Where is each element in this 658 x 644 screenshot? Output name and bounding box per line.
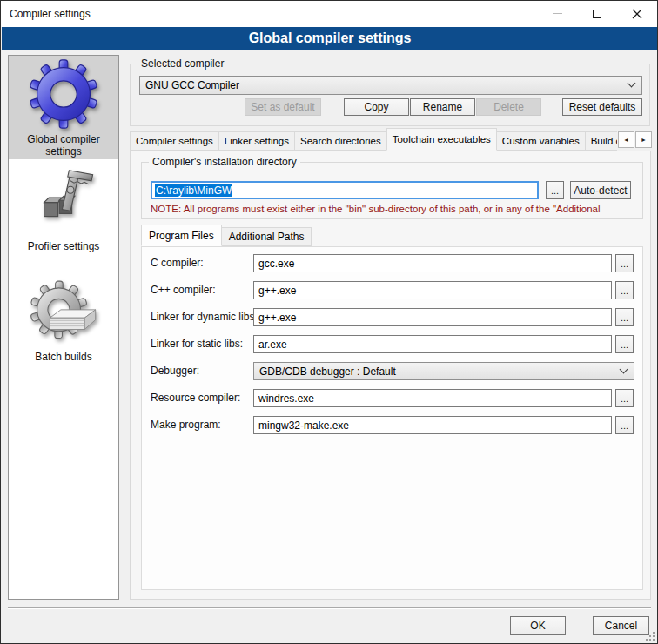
- minimize-button[interactable]: [537, 1, 577, 26]
- footer-separator: [8, 607, 651, 609]
- field-value: ar.exe: [258, 339, 287, 351]
- sidebar-item-label: Profiler settings: [24, 238, 104, 258]
- compiler-settings-dialog: Compiler settings Global compiler settin…: [0, 0, 658, 644]
- group-label: Compiler's installation directory: [149, 156, 300, 168]
- group-label: Selected compiler: [138, 57, 227, 70]
- cpp-compiler-browse-button[interactable]: ...: [615, 281, 634, 299]
- blue-gear-icon: [29, 59, 98, 131]
- titlebar[interactable]: Compiler settings: [1, 1, 657, 27]
- resource-compiler-row: Resource compiler: windres.exe ...: [142, 389, 642, 407]
- sidebar-item-profiler-settings[interactable]: Profiler settings: [9, 159, 118, 258]
- delete-button[interactable]: Delete: [476, 98, 541, 116]
- debugger-select[interactable]: GDB/CDB debugger : Default: [253, 362, 634, 380]
- bin-subdirectory-note: NOTE: All programs must exist either in …: [151, 204, 638, 214]
- linker-static-browse-button[interactable]: ...: [615, 335, 634, 353]
- chevron-down-icon: [620, 365, 628, 373]
- field-value: mingw32-make.exe: [258, 419, 349, 432]
- dialog-banner: Global compiler settings: [2, 27, 658, 50]
- compiler-select-value: GNU GCC Compiler: [145, 79, 239, 91]
- debugger-row: Debugger: GDB/CDB debugger : Default: [142, 362, 642, 380]
- reset-defaults-button[interactable]: Reset defaults: [562, 98, 642, 116]
- field-label: Resource compiler:: [151, 389, 240, 407]
- field-value: windres.exe: [258, 392, 314, 405]
- tab-build-options[interactable]: Build options: [585, 131, 617, 151]
- tab-compiler-settings[interactable]: Compiler settings: [130, 131, 219, 151]
- window-title: Compiler settings: [10, 1, 91, 27]
- tab-linker-settings[interactable]: Linker settings: [218, 131, 295, 151]
- selected-compiler-group: Selected compiler GNU GCC Compiler: [130, 64, 650, 126]
- close-button[interactable]: [617, 1, 657, 26]
- copy-button[interactable]: Copy: [344, 98, 409, 116]
- linker-dynamic-browse-button[interactable]: ...: [615, 308, 634, 326]
- sidebar-item-label: Global compiler settings: [9, 131, 118, 163]
- caliper-icon: [29, 166, 98, 238]
- ok-button[interactable]: OK: [510, 616, 566, 635]
- debugger-select-value: GDB/CDB debugger : Default: [259, 366, 396, 378]
- field-value: gcc.exe: [258, 258, 294, 270]
- maximize-icon: [593, 10, 601, 18]
- settings-tabstrip: Compiler settings Linker settings Search…: [130, 128, 617, 151]
- subtab-additional-paths[interactable]: Additional Paths: [221, 227, 312, 246]
- field-label: Make program:: [151, 416, 221, 434]
- sidebar-item-label: Batch builds: [31, 349, 95, 368]
- toolchain-executables-page: Compiler's installation directory C:\ray…: [130, 151, 651, 600]
- field-label: Linker for static libs:: [151, 335, 243, 353]
- gray-gear-stack-icon: [30, 278, 97, 349]
- compiler-select[interactable]: GNU GCC Compiler: [139, 76, 642, 95]
- tab-custom-variables[interactable]: Custom variables: [496, 131, 586, 151]
- tab-toolchain-executables[interactable]: Toolchain executables: [386, 128, 497, 151]
- set-as-default-button[interactable]: Set as default: [245, 98, 321, 116]
- resource-compiler-browse-button[interactable]: ...: [615, 389, 634, 407]
- make-program-input[interactable]: mingw32-make.exe: [253, 416, 612, 434]
- sidebar-item-batch-builds[interactable]: Batch builds: [9, 278, 118, 368]
- field-label: C++ compiler:: [151, 281, 216, 299]
- resize-grip-icon[interactable]: [646, 632, 655, 641]
- sidebar-item-global-compiler-settings[interactable]: Global compiler settings: [9, 56, 118, 159]
- installation-directory-input[interactable]: C:\raylib\MinGW: [151, 181, 539, 199]
- resource-compiler-input[interactable]: windres.exe: [253, 389, 612, 407]
- c-compiler-row: C compiler: gcc.exe ...: [142, 254, 642, 272]
- make-program-browse-button[interactable]: ...: [615, 416, 634, 434]
- installation-directory-browse-button[interactable]: ...: [546, 181, 564, 199]
- cpp-compiler-row: C++ compiler: g++.exe ...: [142, 281, 642, 299]
- c-compiler-input[interactable]: gcc.exe: [253, 254, 612, 272]
- cancel-button[interactable]: Cancel: [593, 616, 649, 635]
- minimize-icon: [553, 13, 562, 14]
- field-value: g++.exe: [258, 312, 296, 324]
- c-compiler-browse-button[interactable]: ...: [615, 254, 634, 272]
- settings-category-list: Global compiler settings: [8, 55, 119, 600]
- paths-subtabstrip: Program Files Additional Paths: [141, 225, 311, 246]
- linker-dynamic-row: Linker for dynamic libs: g++.exe ...: [142, 308, 642, 326]
- installation-directory-group: Compiler's installation directory C:\ray…: [141, 162, 643, 219]
- field-label: Linker for dynamic libs:: [151, 308, 258, 326]
- program-files-page: C compiler: gcc.exe ... C++ compiler: g+…: [141, 246, 643, 590]
- linker-static-input[interactable]: ar.exe: [253, 335, 612, 353]
- field-value: g++.exe: [258, 285, 296, 297]
- field-label: C compiler:: [151, 254, 204, 272]
- selected-text: C:\raylib\MinGW: [155, 184, 232, 197]
- make-program-row: Make program: mingw32-make.exe ...: [142, 416, 642, 434]
- tab-scroll-right-button[interactable]: ►: [635, 131, 652, 148]
- cpp-compiler-input[interactable]: g++.exe: [253, 281, 612, 299]
- maximize-button[interactable]: [577, 1, 617, 26]
- linker-dynamic-input[interactable]: g++.exe: [253, 308, 612, 326]
- linker-static-row: Linker for static libs: ar.exe ...: [142, 335, 642, 353]
- close-icon: [632, 9, 642, 19]
- subtab-program-files[interactable]: Program Files: [141, 225, 222, 246]
- tab-scroll-left-button[interactable]: ◄: [618, 131, 634, 148]
- tab-scroll-buttons: ◄ ►: [617, 131, 652, 148]
- chevron-down-icon: [628, 79, 636, 88]
- tab-search-directories[interactable]: Search directories: [294, 131, 387, 151]
- auto-detect-button[interactable]: Auto-detect: [570, 181, 631, 199]
- rename-button[interactable]: Rename: [410, 98, 475, 116]
- field-label: Debugger:: [151, 362, 199, 380]
